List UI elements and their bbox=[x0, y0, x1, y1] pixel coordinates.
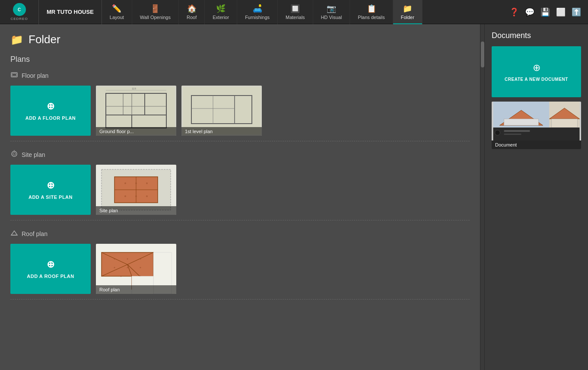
nav-item-furnishings[interactable]: 🛋️ Furnishings bbox=[237, 0, 278, 24]
svg-rect-62 bbox=[504, 130, 530, 132]
page-header-icon: 📁 bbox=[10, 34, 23, 46]
svg-point-32 bbox=[146, 195, 148, 197]
svg-rect-1 bbox=[12, 73, 16, 76]
first-level-card[interactable]: 1st level plan bbox=[181, 86, 262, 136]
svg-point-28 bbox=[135, 182, 137, 184]
roof-plan-label: Roof plan bbox=[96, 285, 176, 294]
scrollbar[interactable] bbox=[480, 24, 484, 370]
hd-visual-icon: 📷 bbox=[327, 4, 336, 13]
add-site-plan-button[interactable]: ⊕ ADD A SITE PLAN bbox=[10, 165, 91, 215]
exterior-icon: 🌿 bbox=[216, 4, 226, 13]
floor-plan-section-icon bbox=[10, 71, 18, 80]
nav-label-plans-details: Plans details bbox=[358, 15, 385, 20]
nav-item-folder[interactable]: 📁 Folder bbox=[393, 0, 423, 24]
floor-plan-section: Floor plan ⊕ ADD A FLOOR PLAN bbox=[10, 71, 470, 136]
floor-plan-items: ⊕ ADD A FLOOR PLAN bbox=[10, 86, 470, 136]
chat-icon[interactable]: 💬 bbox=[525, 7, 534, 17]
plans-label: Plans bbox=[10, 55, 470, 64]
svg-point-61 bbox=[495, 130, 500, 135]
exit-icon[interactable]: ⬆️ bbox=[572, 7, 581, 17]
nav-right-icons: ❓ 💬 💾 ⬜ ⬆️ bbox=[502, 7, 588, 17]
logo-label: CEDREO bbox=[10, 17, 28, 21]
nav-item-materials[interactable]: 🔲 Materials bbox=[278, 0, 313, 24]
floor-plan-title: Floor plan bbox=[22, 72, 48, 79]
nav-label-roof: Roof bbox=[187, 15, 197, 20]
svg-point-30 bbox=[124, 195, 126, 197]
main-layout: 📁 Folder Plans Floor plan ⊕ ADD A FLOOR bbox=[0, 24, 588, 370]
top-navigation: C CEDREO MR TUTO HOUSE ✏️ Layout 🚪 Wall … bbox=[0, 0, 588, 24]
nav-label-layout: Layout bbox=[110, 15, 124, 20]
svg-marker-33 bbox=[11, 231, 17, 235]
add-floor-plan-button[interactable]: ⊕ ADD A FLOOR PLAN bbox=[10, 86, 91, 136]
plus-icon: ⊕ bbox=[47, 101, 55, 112]
site-plan-header: Site plan bbox=[10, 150, 470, 159]
logo-icon: C bbox=[13, 3, 26, 16]
svg-point-29 bbox=[146, 182, 148, 184]
furnishings-icon: 🛋️ bbox=[253, 4, 262, 13]
svg-point-43 bbox=[127, 258, 128, 260]
save-icon[interactable]: 💾 bbox=[540, 7, 550, 17]
svg-point-45 bbox=[114, 267, 115, 268]
svg-point-46 bbox=[127, 267, 128, 268]
add-floor-plan-label: ADD A FLOOR PLAN bbox=[25, 115, 76, 121]
svg-point-48 bbox=[121, 276, 122, 277]
site-plan-label: Site plan bbox=[96, 206, 176, 215]
nav-label-materials: Materials bbox=[286, 15, 305, 20]
site-plan-section-icon bbox=[10, 150, 18, 159]
page-title: Folder bbox=[29, 33, 60, 46]
documents-panel: Documents ⊕ CREATE A NEW DOCUMENT bbox=[484, 24, 588, 370]
svg-rect-59 bbox=[552, 119, 578, 128]
svg-point-44 bbox=[140, 258, 141, 260]
site-roof-divider bbox=[10, 220, 470, 220]
document-thumbnail bbox=[492, 102, 581, 140]
wall-openings-icon: 🚪 bbox=[150, 4, 160, 13]
roof-plan-items: ⊕ ADD A ROOF PLAN bbox=[10, 244, 470, 294]
create-document-button[interactable]: ⊕ CREATE A NEW DOCUMENT bbox=[492, 46, 581, 97]
nav-item-plans-details[interactable]: 📋 Plans details bbox=[350, 0, 393, 24]
page-header: 📁 Folder bbox=[10, 33, 470, 46]
plans-details-icon: 📋 bbox=[367, 4, 376, 13]
roof-plan-title: Roof plan bbox=[22, 230, 48, 237]
svg-point-20 bbox=[13, 153, 16, 155]
nav-label-exterior: Exterior bbox=[213, 15, 229, 20]
plus-icon-roof: ⊕ bbox=[47, 259, 55, 270]
svg-point-31 bbox=[135, 195, 137, 197]
nav-item-hd-visual[interactable]: 📷 HD Visual bbox=[313, 0, 350, 24]
logo-area[interactable]: C CEDREO bbox=[0, 0, 39, 24]
svg-point-19 bbox=[12, 151, 17, 156]
svg-point-42 bbox=[114, 258, 115, 260]
plus-icon-doc: ⊕ bbox=[533, 62, 540, 73]
nav-item-layout[interactable]: ✏️ Layout bbox=[102, 0, 132, 24]
document-label: Document bbox=[492, 140, 581, 149]
roof-plan-section: Roof plan ⊕ ADD A ROOF PLAN bbox=[10, 229, 470, 294]
nav-label-hd-visual: HD Visual bbox=[321, 15, 342, 20]
add-roof-plan-label: ADD A ROOF PLAN bbox=[27, 274, 74, 279]
content-area: 📁 Folder Plans Floor plan ⊕ ADD A FLOOR bbox=[0, 24, 480, 370]
nav-label-folder: Folder bbox=[401, 15, 414, 20]
roof-bottom-divider bbox=[10, 299, 470, 300]
site-plan-title: Site plan bbox=[22, 151, 45, 158]
site-plan-items: ⊕ ADD A SITE PLAN bbox=[10, 165, 470, 215]
create-document-label: CREATE A NEW DOCUMENT bbox=[505, 77, 568, 82]
documents-title: Documents bbox=[492, 31, 581, 40]
roof-plan-card[interactable]: Roof plan bbox=[96, 244, 176, 294]
layout-icon: ✏️ bbox=[112, 4, 121, 13]
svg-text:12.5: 12.5 bbox=[132, 87, 136, 90]
first-level-label: 1st level plan bbox=[181, 127, 262, 136]
existing-document-card[interactable]: Document bbox=[492, 102, 581, 149]
site-plan-section: Site plan ⊕ ADD A SITE PLAN bbox=[10, 150, 470, 215]
site-plan-card[interactable]: Site plan bbox=[96, 165, 176, 215]
ground-floor-card[interactable]: 12.5 Ground floor p... bbox=[96, 86, 176, 136]
nav-item-roof[interactable]: 🏠 Roof bbox=[179, 0, 205, 24]
add-roof-plan-button[interactable]: ⊕ ADD A ROOF PLAN bbox=[10, 244, 91, 294]
svg-rect-63 bbox=[504, 134, 521, 135]
svg-point-27 bbox=[124, 182, 126, 184]
svg-rect-56 bbox=[504, 119, 539, 125]
floor-plan-header: Floor plan bbox=[10, 71, 470, 80]
nav-label-furnishings: Furnishings bbox=[245, 15, 270, 20]
help-icon[interactable]: ❓ bbox=[509, 7, 519, 17]
nav-item-wall-openings[interactable]: 🚪 Wall Openings bbox=[132, 0, 179, 24]
fullscreen-icon[interactable]: ⬜ bbox=[556, 7, 566, 17]
plus-icon-site: ⊕ bbox=[47, 180, 55, 191]
nav-item-exterior[interactable]: 🌿 Exterior bbox=[205, 0, 237, 24]
